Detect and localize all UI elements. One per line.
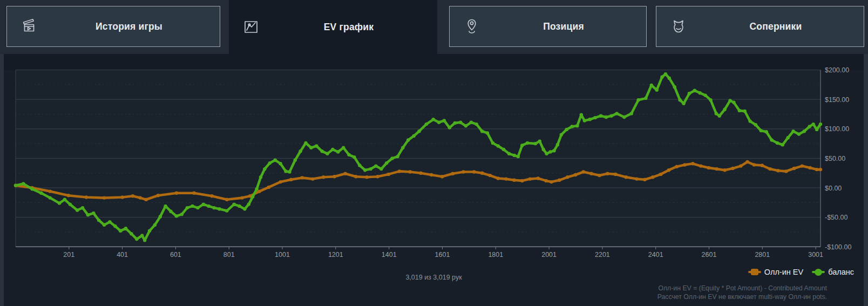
svg-text:2601: 2601 [702, 251, 717, 259]
svg-text:2201: 2201 [595, 251, 610, 259]
tab-game-history[interactable]: История игры [6, 6, 220, 47]
ev-formula-line2: Рассчет Олл-ин EV не включает multi-way … [657, 293, 827, 301]
ev-formula-note: Олл-ин EV = (Equity * Pot Amount) - Cont… [657, 284, 827, 301]
ev-graph-panel: $200.00$150.00$100.00$50.00$0.00-$50.00-… [4, 54, 864, 306]
tab-game-history-label: История игры [38, 21, 220, 32]
location-pin-icon [463, 17, 481, 36]
svg-text:$100.00: $100.00 [825, 125, 849, 133]
opponent-mask-icon [669, 17, 688, 36]
clapperboard-icon [20, 17, 38, 36]
svg-text:201: 201 [63, 251, 74, 259]
tab-opponents[interactable]: Соперники [656, 6, 864, 47]
balance-marker-icon [812, 268, 825, 276]
svg-text:801: 801 [223, 251, 235, 259]
line-chart-icon [242, 18, 260, 36]
svg-text:2401: 2401 [648, 251, 663, 259]
tab-opponents-label: Соперники [688, 21, 864, 32]
tab-ev-graph[interactable]: EV график [229, 0, 437, 54]
svg-text:-$50.00: -$50.00 [825, 214, 847, 221]
svg-text:$200.00: $200.00 [825, 66, 849, 74]
legend-balance-label: баланс [828, 268, 854, 276]
svg-text:$0.00: $0.00 [825, 185, 842, 192]
svg-text:$50.00: $50.00 [825, 155, 845, 162]
legend-item-balance: баланс [812, 268, 854, 276]
svg-text:1801: 1801 [488, 251, 503, 259]
svg-text:601: 601 [170, 251, 181, 259]
ev-formula-line1: Олл-ин EV = (Equity * Pot Amount) - Cont… [657, 284, 827, 293]
svg-text:-$100.00: -$100.00 [825, 243, 851, 251]
svg-text:1001: 1001 [275, 251, 290, 259]
tab-ev-graph-label: EV график [260, 22, 437, 33]
ev-chart-canvas: $200.00$150.00$100.00$50.00$0.00-$50.00-… [4, 54, 864, 306]
hands-counter: 3,019 из 3,019 рук [4, 274, 864, 281]
svg-text:1201: 1201 [328, 251, 343, 259]
svg-text:1401: 1401 [382, 251, 397, 259]
svg-text:2801: 2801 [755, 251, 770, 259]
legend-item-allin-ev: Олл-ин EV [748, 268, 803, 276]
svg-text:$150.00: $150.00 [825, 96, 849, 104]
tab-bar: История игры EV график Позиция Соперники [0, 0, 868, 54]
svg-text:2001: 2001 [541, 251, 557, 259]
tab-position[interactable]: Позиция [449, 6, 647, 47]
chart-legend: Олл-ин EV баланс [748, 268, 854, 276]
svg-text:401: 401 [117, 251, 128, 259]
svg-text:3001: 3001 [808, 251, 823, 259]
legend-allin-ev-label: Олл-ин EV [764, 268, 803, 276]
allin-ev-marker-icon [748, 268, 761, 276]
tab-position-label: Позиция [481, 21, 646, 32]
svg-text:1601: 1601 [435, 251, 450, 259]
